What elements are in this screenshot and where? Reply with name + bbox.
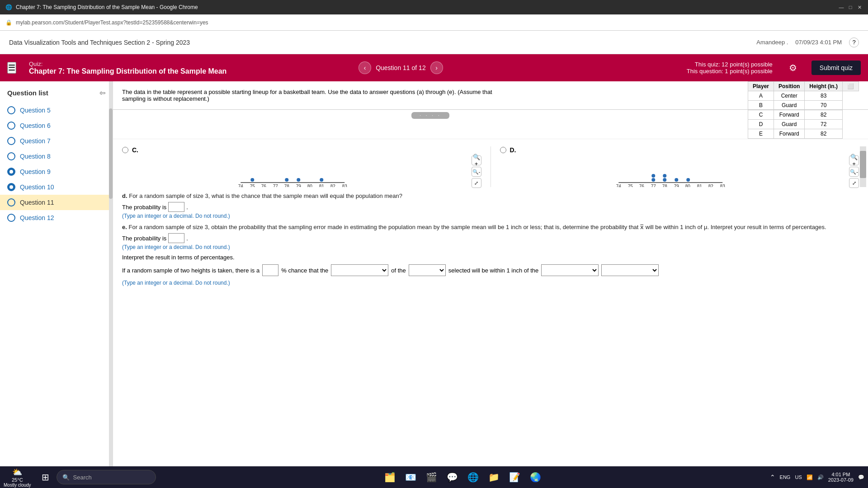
dotplot-d-zoom-controls: 🔍+ 🔍- ⤢ (849, 155, 859, 188)
taskbar-start-button[interactable]: ⊞ (37, 468, 55, 486)
selected-suffix: selected will be within 1 inch of the (448, 267, 538, 274)
taskbar-apps: 🗂️ 📧 🎬 💬 🌐 📁 📝 🌏 (158, 468, 768, 486)
dropdown3[interactable]: sample mean population mean median (541, 264, 599, 276)
taskbar-region: US (795, 474, 802, 480)
table-cell: Forward (774, 129, 805, 139)
username-display: Amandeep . (756, 39, 788, 46)
sidebar-scrollbar[interactable] (109, 81, 113, 466)
dot-c-1 (250, 178, 254, 182)
problem-intro: The data in the table represent a possib… (113, 81, 520, 106)
question-points: This question: 1 point(s) possible (452, 68, 773, 75)
notification-icon[interactable]: 💬 (858, 474, 864, 480)
col-height: Height (in.) (805, 82, 843, 91)
sidebar-item-q7[interactable]: Question 7 (0, 133, 113, 149)
table-expand-btn[interactable]: ⬜ (843, 82, 859, 91)
taskbar-app-zoom[interactable]: 💬 (443, 468, 462, 486)
sidebar-item-q11[interactable]: Question 11 (0, 195, 113, 210)
q7-status-circle (7, 137, 15, 145)
taskbar-search[interactable]: 🔍 Search (57, 470, 156, 484)
svg-text:82: 82 (708, 184, 713, 187)
percent-input[interactable] (262, 264, 278, 276)
next-question-btn[interactable]: › (430, 61, 443, 74)
maximize-btn[interactable]: □ (847, 4, 854, 10)
taskbar-app-folder[interactable]: 📁 (485, 468, 503, 486)
q8-label: Question 8 (20, 153, 51, 160)
taskbar-app-word[interactable]: 📝 (506, 468, 524, 486)
part-e-prob-prefix: The probability is (122, 235, 166, 242)
prev-question-btn[interactable]: ‹ (359, 61, 371, 74)
submit-quiz-button[interactable]: Submit quiz (811, 61, 861, 75)
wifi-icon: 📶 (807, 474, 813, 480)
dotplot-d-zoom-in[interactable]: 🔍+ (849, 155, 859, 165)
sidebar: Question list ⇦ Question 5 Question 6 Qu… (0, 81, 113, 466)
taskbar-app-chrome[interactable]: 🌏 (527, 468, 545, 486)
dotplot-c-container: C. (122, 146, 491, 187)
taskbar-weather: ⛅ 25°C Mostly cloudy (4, 467, 31, 488)
taskbar-app-files[interactable]: 🗂️ (381, 468, 399, 486)
taskbar-clock: 4:01 PM 2023-07-09 (828, 472, 854, 483)
dot-d-2 (651, 174, 655, 178)
svg-text:75: 75 (250, 184, 255, 187)
help-button[interactable]: ? (849, 38, 859, 47)
quiz-menu-button[interactable]: ☰ (7, 62, 16, 74)
sidebar-collapse-button[interactable]: ⇦ (99, 89, 105, 97)
minimize-btn[interactable]: — (838, 4, 844, 10)
svg-text:83: 83 (342, 184, 348, 187)
svg-text:81: 81 (319, 184, 325, 187)
dot-d-5 (675, 178, 678, 182)
content-header-area: Player Position Height (in.) ⬜ ACenter83… (113, 81, 868, 139)
taskbar-app-browser[interactable]: 🌐 (464, 468, 482, 486)
option-c-radio[interactable] (122, 147, 128, 153)
dot-d-6 (686, 178, 690, 182)
datetime-display: 07/09/23 4:01 PM (795, 39, 842, 46)
dot-c-2 (285, 178, 288, 182)
sidebar-item-q6[interactable]: Question 6 (0, 118, 113, 133)
quiz-navigation: ‹ Question 11 of 12 › (359, 61, 443, 74)
sidebar-item-q12[interactable]: Question 12 (0, 210, 113, 225)
address-bar: 🔒 mylab.pearson.com/Student/PlayerTest.a… (0, 14, 868, 31)
part-d-answer-input[interactable] (168, 202, 184, 212)
svg-text:77: 77 (651, 184, 656, 187)
dot-d-1 (651, 178, 655, 182)
sidebar-item-q9[interactable]: Question 9 (0, 164, 113, 179)
dotplot-d-zoom-out[interactable]: 🔍- (849, 167, 859, 177)
dotplot-c-zoom-in[interactable]: 🔍+ (472, 155, 481, 165)
content-right-scrollbar[interactable] (860, 146, 866, 187)
search-placeholder: Search (73, 474, 92, 481)
taskbar-app-mail[interactable]: 📧 (402, 468, 420, 486)
content-scroll-area[interactable]: C. (113, 139, 868, 466)
option-c-label: C. (132, 146, 138, 154)
option-d-radio[interactable] (500, 147, 506, 153)
dotplot-d-expand[interactable]: ⤢ (849, 178, 859, 188)
dotplot-d-svg: 74 75 76 77 78 79 80 81 82 83 (500, 155, 841, 187)
close-btn[interactable]: ✕ (856, 4, 863, 10)
part-e-answer-input[interactable] (168, 233, 184, 243)
dotplot-c-zoom-controls: 🔍+ 🔍- ⤢ (472, 155, 481, 188)
table-cell: 82 (805, 110, 843, 120)
dropdown2[interactable]: heights players positions (409, 264, 446, 276)
dropdown4[interactable]: sample mean population mean median (601, 264, 659, 276)
table-cell: Forward (774, 110, 805, 120)
dotplot-c-expand[interactable]: ⤢ (472, 178, 481, 188)
dotplot-c-zoom-out[interactable]: 🔍- (472, 167, 481, 177)
volume-icon: 🔊 (817, 474, 824, 480)
dotplot-c-svg: 74 75 76 77 78 79 80 81 82 83 (122, 155, 463, 187)
secure-icon: 🔒 (5, 19, 12, 26)
sidebar-item-q5[interactable]: Question 5 (0, 103, 113, 118)
quiz-settings-button[interactable]: ⚙ (789, 62, 797, 73)
table-row: EForward82 (748, 129, 859, 139)
svg-text:77: 77 (273, 184, 278, 187)
sidebar-item-q10[interactable]: Question 10 (0, 179, 113, 195)
search-icon: 🔍 (62, 474, 70, 481)
sidebar-item-q8[interactable]: Question 8 (0, 149, 113, 164)
svg-text:75: 75 (627, 184, 633, 187)
taskbar-app-video[interactable]: 🎬 (423, 468, 441, 486)
table-cell: A (748, 91, 774, 101)
quiz-banner: ☰ Quiz: Chapter 7: The Sampling Distribu… (0, 54, 868, 81)
browser-titlebar: 🌐 Chapter 7: The Sampling Distribution o… (0, 0, 868, 14)
dropdown1[interactable]: sample mean population mean median mode (331, 264, 388, 276)
taskbar-up-arrow[interactable]: ⌃ (770, 474, 775, 481)
url-display[interactable]: mylab.pearson.com/Student/PlayerTest.asp… (16, 19, 208, 26)
table-cell: D (748, 120, 774, 129)
taskbar: ⛅ 25°C Mostly cloudy ⊞ 🔍 Search 🗂️ 📧 🎬 💬… (0, 466, 868, 488)
